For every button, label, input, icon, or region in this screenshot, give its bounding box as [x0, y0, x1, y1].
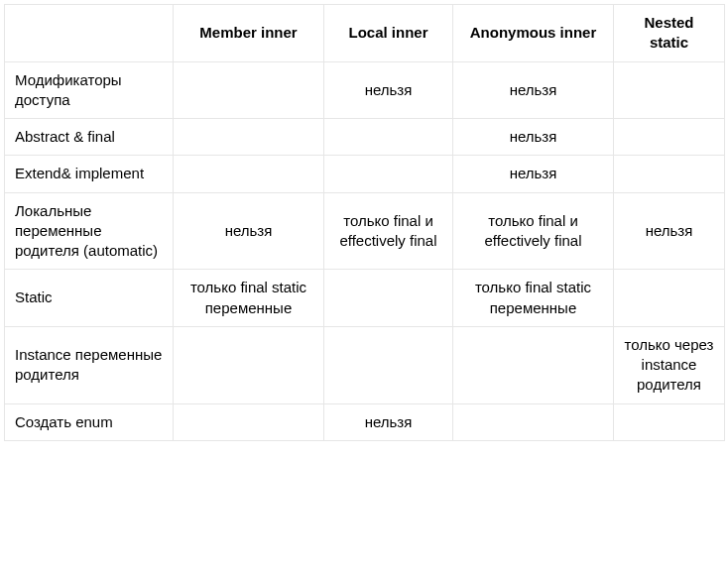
cell: нельзя: [174, 192, 324, 270]
cell: [324, 326, 453, 403]
cell: [614, 119, 725, 156]
cell: [174, 156, 324, 192]
cell: [174, 326, 324, 403]
cell: [614, 403, 725, 440]
table-header-row: Member inner Local inner Anonymous inner…: [5, 5, 725, 62]
row-label: Abstract & final: [5, 119, 174, 156]
cell: нельзя: [453, 119, 614, 156]
col-header-nested-static: Nested static: [614, 5, 725, 62]
cell: нельзя: [453, 156, 614, 192]
table-row: Создать enum нельзя: [5, 403, 725, 440]
cell: [614, 61, 725, 119]
row-label: Extend& implement: [5, 156, 174, 192]
inner-classes-table: Member inner Local inner Anonymous inner…: [4, 4, 725, 441]
cell: нельзя: [453, 61, 614, 119]
row-label: Модификаторы доступа: [5, 61, 174, 119]
cell: [324, 156, 453, 192]
cell: [174, 61, 324, 119]
row-label: Static: [5, 270, 174, 327]
table-row: Extend& implement нельзя: [5, 156, 725, 192]
cell: [453, 326, 614, 403]
cell: нельзя: [614, 192, 725, 270]
cell: нельзя: [324, 403, 453, 440]
cell: только через instance родителя: [614, 326, 725, 403]
cell: только final и effectively final: [324, 192, 453, 270]
table-row: Static только final static переменные то…: [5, 270, 725, 327]
cell: нельзя: [324, 61, 453, 119]
col-header-empty: [5, 5, 174, 62]
row-label: Локальные переменные родителя (automatic…: [5, 192, 174, 270]
row-label: Создать enum: [5, 403, 174, 440]
cell: [324, 119, 453, 156]
col-header-local-inner: Local inner: [324, 5, 453, 62]
col-header-member-inner: Member inner: [174, 5, 324, 62]
cell: [614, 270, 725, 327]
row-label: Instance переменные родителя: [5, 326, 174, 403]
cell: [174, 403, 324, 440]
table-row: Локальные переменные родителя (automatic…: [5, 192, 725, 270]
cell: только final и effectively final: [453, 192, 614, 270]
table-row: Abstract & final нельзя: [5, 119, 725, 156]
cell: [614, 156, 725, 192]
cell: только final static переменные: [453, 270, 614, 327]
table-row: Модификаторы доступа нельзя нельзя: [5, 61, 725, 119]
cell: [174, 119, 324, 156]
table-row: Instance переменные родителя только чере…: [5, 326, 725, 403]
cell: только final static переменные: [174, 270, 324, 327]
col-header-anonymous-inner: Anonymous inner: [453, 5, 614, 62]
cell: [453, 403, 614, 440]
cell: [324, 270, 453, 327]
